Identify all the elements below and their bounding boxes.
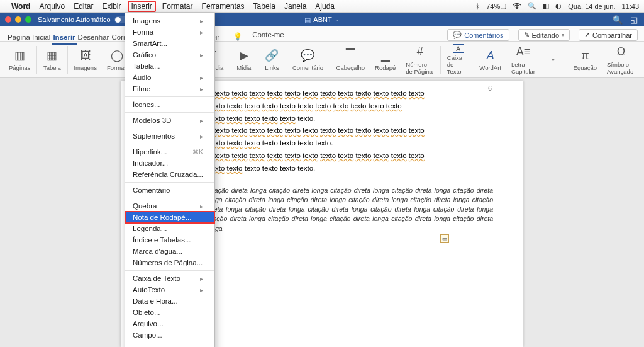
menubar-item-inserir[interactable]: Inserir [128,1,156,12]
dropcap-icon: A≡ [516,45,531,60]
menu-item-comentário[interactable]: Comentário [125,185,214,196]
ribbon-comentario[interactable]: 💬Comentário [287,48,328,71]
menubar-status: ᚼ 74% ▢ 🔍 ◧ ◐ Qua. 14 de jun. 11:43 [475,2,639,10]
comment-bubble-icon: 💬 [300,48,315,63]
menubar-item-exibir[interactable]: Exibir [103,2,121,11]
menubar-item-arquivo[interactable]: Arquivo [39,2,65,11]
minimize-window-button[interactable] [15,16,21,23]
menubar-item-ajuda[interactable]: Ajuda [315,2,335,11]
zoom-window-button[interactable] [25,16,31,23]
link-icon: 🔗 [264,48,279,63]
ribbon-caixa-texto[interactable]: ACaixa de Texto [442,44,475,75]
ribbon-more[interactable]: ▾ [540,52,565,67]
menubar-item-janela[interactable]: Janela [284,2,306,11]
ribbon-numero-pagina[interactable]: #Número de Página [401,45,439,75]
tab-inserir[interactable]: Inserir [52,31,76,45]
menubar-item-editar[interactable]: Editar [74,2,93,11]
menu-item-data-e-hora[interactable]: Data e Hora... [125,295,214,307]
menu-item-arquivo[interactable]: Arquivo... [125,318,214,329]
image-icon: 🖼 [78,48,93,63]
menubar-item-formatar[interactable]: Formatar [162,2,193,11]
menu-item-filme[interactable]: Filme▸ [125,83,214,94]
symbol-icon: Ω [614,45,629,60]
menu-item-quebra[interactable]: Quebra▸ [125,200,214,212]
autosave-label: Salvamento Automático [38,16,111,23]
menubar-time[interactable]: 11:43 [621,3,639,10]
menu-item-modelos-3d[interactable]: Modelos 3D▸ [125,115,214,126]
menu-item-índice-e-tabelas[interactable]: Índice e Tabelas... [125,234,214,246]
menu-item-objeto[interactable]: Objeto... [125,307,214,318]
footnote-marker-icon[interactable]: ▭ [440,234,449,243]
document-area[interactable]: 6 texto texto texto texto texto texto te… [0,78,644,347]
page-number: 6 [488,84,492,92]
table-icon: ▦ [45,48,60,63]
window-titlebar: Salvamento Automático ⌂ ▤ ABNT ⌄ 🔍 ◱ [0,13,644,26]
ribbon: ▥Páginas ▦Tabela 🖼Imagens ◯Formas ▣Obter… [0,42,644,78]
menubar-item-ferramentas[interactable]: Ferramentas [202,2,245,11]
search-icon[interactable]: 🔍 [613,15,623,25]
close-window-button[interactable] [5,16,11,23]
menubar-app[interactable]: Word [11,2,30,11]
menu-item-campo[interactable]: Campo... [125,329,214,341]
menu-item-marca-d'água[interactable]: Marca d'água... [125,246,214,257]
bluetooth-icon: ᚼ [475,3,480,10]
menu-item-nota-de-rodapé[interactable]: Nota de Rodapé... [125,212,214,223]
ribbon-wordart[interactable]: AWordArt [474,48,506,71]
menu-item-tabela[interactable]: Tabela... [125,60,214,72]
menu-item-gráfico[interactable]: Gráfico▸ [125,49,214,60]
menu-item-indicador[interactable]: Indicador... [125,157,214,169]
media-icon: ▶ [236,48,252,63]
comments-button[interactable]: 💬 Comentários [447,29,509,41]
share-titlebar-icon[interactable]: ◱ [630,15,638,25]
tellme[interactable]: Conte-me [251,28,286,41]
page-icon: ▥ [12,48,27,63]
battery-icon: 74% ▢ [486,2,506,10]
menu-item-caixa-de-texto[interactable]: Caixa de Texto▸ [125,273,214,284]
share-icon: ↗ [584,31,590,39]
ribbon-imagens[interactable]: 🖼Imagens [69,48,101,71]
tab-página-inicial[interactable]: Página Inicial [6,31,52,43]
menubar-date[interactable]: Qua. 14 de jun. [568,3,615,10]
menu-item-ícones[interactable]: Ícones... [125,99,214,110]
menu-item-legenda[interactable]: Legenda... [125,223,214,234]
wordart-icon: A [483,48,498,63]
editing-button[interactable]: ✎ Editando ▾ [518,29,570,41]
menu-item-forma[interactable]: Forma▸ [125,26,214,38]
menu-item-números-de-página[interactable]: Números de Página... [125,257,214,268]
menu-item-imagens[interactable]: Imagens▸ [125,15,214,26]
inserir-dropdown[interactable]: Imagens▸Forma▸SmartArt...Gráfico▸Tabela.… [125,13,215,347]
menu-item-áudio[interactable]: Áudio▸ [125,72,214,83]
share-button[interactable]: ↗ Compartilhar [579,29,638,41]
menubar-item-tabela[interactable]: Tabela [253,2,275,11]
spotlight-icon[interactable]: 🔍 [528,2,536,10]
menu-item-hiperlink[interactable]: Hiperlink...⌘K [125,146,214,157]
ribbon-midia[interactable]: ▶Mídia [231,48,257,71]
menu-item-autotexto[interactable]: AutoTexto▸ [125,284,214,295]
menu-item-suplementos[interactable]: Suplementos▸ [125,130,214,142]
autosave-toggle[interactable]: Salvamento Automático ⌂ [38,16,136,23]
ribbon-letra-capitular[interactable]: A≡Letra Capitular [506,45,540,75]
ribbon-links[interactable]: 🔗Links [259,48,284,71]
control-center-icon[interactable]: ◧ [543,2,549,10]
tellme-icon[interactable]: 💡 [233,32,242,41]
header-icon: ▔ [343,48,358,63]
menu-item-smartart[interactable]: SmartArt... [125,38,214,49]
pagenum-icon: # [413,45,428,60]
ribbon-simbolo[interactable]: ΩSímbolo Avançado [602,45,640,75]
textbox-icon: A [453,44,464,53]
menu-item-referência-cruzada[interactable]: Referência Cruzada... [125,169,214,180]
ribbon-rodape[interactable]: ▁Rodapé [370,48,401,71]
ribbon-equacao[interactable]: πEquação [569,48,602,71]
footer-icon: ▁ [378,48,393,63]
ribbon-cabecalho[interactable]: ▔Cabeçalho [331,48,370,71]
ribbon-paginas[interactable]: ▥Páginas [4,48,35,71]
ribbon-tabela[interactable]: ▦Tabela [38,48,66,71]
svg-point-0 [516,8,518,9]
tab-desenhar[interactable]: Desenhar [77,31,111,43]
document-title[interactable]: ▤ ABNT ⌄ [304,16,339,24]
ribbon-tabs: Página InicialInserirDesenharCorrespondê… [0,26,644,42]
siri-icon[interactable]: ◐ [555,2,562,10]
citation-block[interactable]: Citação direta longa citação direta long… [206,186,493,234]
traffic-lights[interactable] [0,16,31,23]
shapes-icon: ◯ [109,48,125,63]
